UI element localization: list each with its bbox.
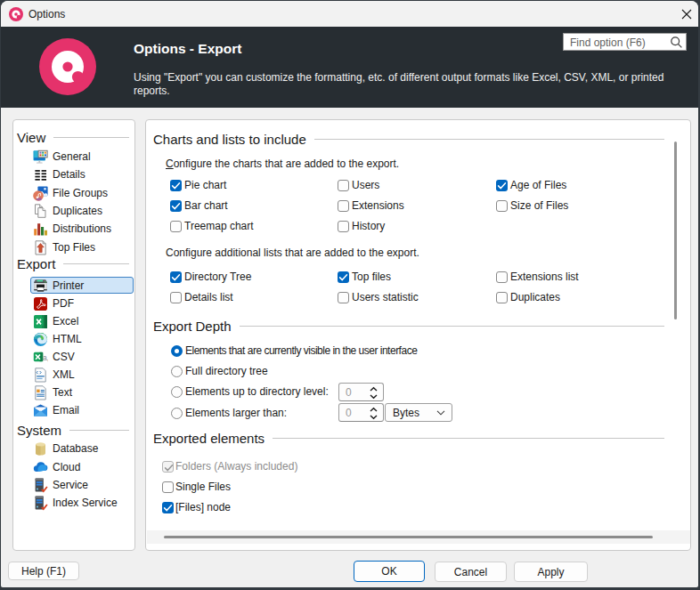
- svg-text:a,: a,: [43, 353, 48, 362]
